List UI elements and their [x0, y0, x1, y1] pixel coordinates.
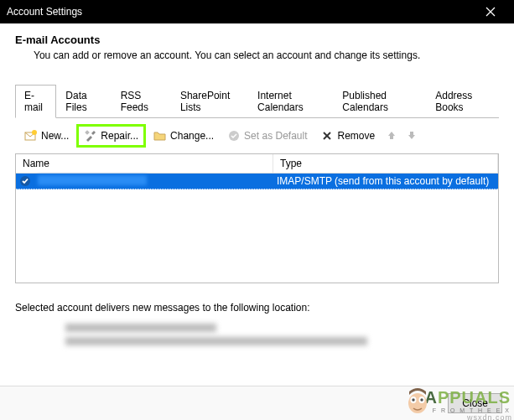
- svg-point-3: [32, 130, 37, 135]
- delivery-location-value: [15, 324, 499, 345]
- close-icon: [485, 7, 496, 17]
- page-title: E-mail Accounts: [15, 34, 499, 46]
- remove-label: Remove: [337, 130, 375, 142]
- tab-internet-calendars[interactable]: Internet Calendars: [248, 85, 333, 117]
- arrow-down-icon: [407, 130, 417, 140]
- tab-sharepoint-lists[interactable]: SharePoint Lists: [171, 85, 248, 117]
- toolbar: New... Repair... Change... Set as Defaul…: [15, 118, 499, 153]
- watermark-site: wsxdn.com: [467, 413, 512, 420]
- page-subtitle: You can add or remove an account. You ca…: [15, 49, 499, 61]
- account-name-cell: [34, 175, 273, 188]
- repair-button[interactable]: Repair...: [76, 124, 146, 148]
- set-default-button: Set as Default: [221, 126, 313, 146]
- new-label: New...: [41, 130, 69, 142]
- close-button[interactable]: Close: [448, 393, 502, 413]
- tab-strip: E-mail Data Files RSS Feeds SharePoint L…: [15, 85, 499, 118]
- tab-address-books[interactable]: Address Books: [426, 85, 499, 117]
- column-header-name[interactable]: Name: [16, 154, 273, 173]
- arrow-up-icon: [387, 130, 397, 140]
- account-type-cell: IMAP/SMTP (send from this account by def…: [273, 175, 498, 187]
- default-check-icon: [16, 175, 34, 187]
- redacted-line: [65, 337, 367, 345]
- accounts-grid: Name Type IMAP/SMTP (send from this acco…: [15, 153, 499, 283]
- change-label: Change...: [170, 130, 214, 142]
- remove-button[interactable]: Remove: [314, 126, 381, 146]
- folder-change-icon: [153, 129, 167, 143]
- new-button[interactable]: New...: [18, 126, 75, 146]
- envelope-new-icon: [24, 129, 38, 143]
- move-up-button: [382, 128, 401, 144]
- tab-published-calendars[interactable]: Published Calendars: [333, 85, 426, 117]
- repair-label: Repair...: [101, 130, 138, 142]
- titlebar: Account Settings: [0, 0, 514, 23]
- dialog-footer: Close: [0, 386, 514, 420]
- grid-header: Name Type: [16, 154, 498, 174]
- tools-icon: [84, 129, 97, 143]
- check-circle-icon: [227, 129, 241, 143]
- svg-rect-4: [86, 130, 91, 135]
- change-button[interactable]: Change...: [148, 126, 220, 146]
- set-default-label: Set as Default: [244, 130, 307, 142]
- move-down-button: [402, 128, 421, 144]
- window-title: Account Settings: [7, 6, 474, 18]
- close-window-button[interactable]: [474, 0, 507, 23]
- redacted-account-name: [38, 175, 147, 185]
- tab-email[interactable]: E-mail: [15, 85, 56, 118]
- column-header-type[interactable]: Type: [273, 154, 498, 173]
- redacted-line: [65, 324, 216, 332]
- remove-x-icon: [320, 129, 334, 143]
- delivery-location-text: Selected account delivers new messages t…: [15, 302, 499, 314]
- tab-data-files[interactable]: Data Files: [56, 85, 111, 117]
- account-row[interactable]: IMAP/SMTP (send from this account by def…: [16, 174, 498, 189]
- tab-rss-feeds[interactable]: RSS Feeds: [112, 85, 171, 117]
